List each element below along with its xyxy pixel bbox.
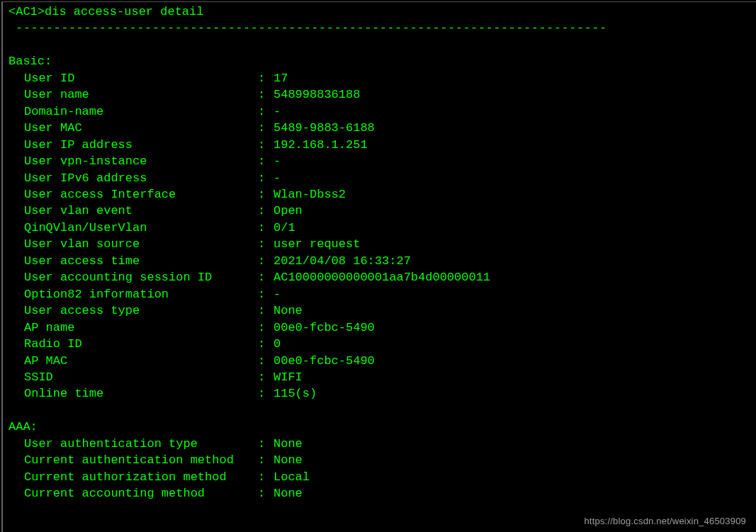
field-label: Current authorization method [24,469,258,485]
blank-line [3,37,756,53]
field-label: Online time [24,385,258,402]
field-row: Current authorization method:Local [3,469,756,485]
field-row: User ID:17 [3,70,756,86]
field-row: User vpn-instance:- [3,153,756,169]
field-colon: : [258,286,273,302]
field-row: User access time:2021/04/08 16:33:27 [3,253,756,269]
field-row: Option82 information:- [3,286,756,302]
field-row: User access type:None [3,302,756,319]
field-value: 0 [273,336,756,352]
field-row: User vlan source:user request [3,236,756,252]
field-row: AP name:00e0-fcbc-5490 [3,319,756,336]
separator-line: ----------------------------------------… [3,20,756,36]
field-colon: : [258,452,273,468]
field-label: Radio ID [24,336,258,352]
field-colon: : [258,485,273,502]
field-colon: : [258,137,273,153]
field-colon: : [258,70,273,86]
field-label: SSID [24,369,258,385]
field-row: User authentication type:None [3,436,756,452]
field-value: 5489-9883-6188 [273,120,756,136]
field-colon: : [258,385,273,402]
field-value: 00e0-fcbc-5490 [273,353,756,369]
field-value: 115(s) [273,385,756,402]
field-colon: : [258,86,273,103]
field-row: User MAC:5489-9883-6188 [3,120,756,136]
field-value: 0/1 [273,220,756,236]
field-colon: : [258,253,273,269]
field-colon: : [258,369,273,385]
field-label: Option82 information [24,286,258,302]
field-row: Online time:115(s) [3,385,756,402]
field-colon: : [258,186,273,203]
field-colon: : [258,120,273,136]
field-label: User ID [24,70,258,86]
section-header-aaa: AAA: [3,419,756,435]
field-row: User IPv6 address:- [3,170,756,186]
field-label: QinQVlan/UserVlan [24,220,258,236]
field-label: AP MAC [24,353,258,369]
field-value: None [273,485,756,502]
field-row: AP MAC:00e0-fcbc-5490 [3,353,756,369]
field-colon: : [258,436,273,452]
field-label: User MAC [24,120,258,136]
field-value: AC10000000000001aa7b4d00000011 [273,269,756,285]
field-value: - [273,153,756,169]
field-label: Current accounting method [24,485,258,502]
field-row: User accounting session ID:AC10000000000… [3,269,756,285]
field-label: User access Interface [24,186,258,203]
terminal-output: <AC1>dis access-user detail ------------… [1,1,756,532]
field-row: Current authentication method:None [3,452,756,468]
field-colon: : [258,469,273,485]
field-row: Radio ID:0 [3,336,756,352]
field-value: 17 [273,70,756,86]
field-label: User vlan event [24,203,258,219]
field-colon: : [258,103,273,120]
field-label: User authentication type [24,436,258,452]
field-row: User vlan event:Open [3,203,756,219]
field-label: User IPv6 address [24,170,258,186]
field-value: - [273,103,756,120]
field-label: User vpn-instance [24,153,258,169]
field-row: Current accounting method:None [3,485,756,502]
field-row: User IP address:192.168.1.251 [3,137,756,153]
field-value: Open [273,203,756,219]
field-row: Domain-name:- [3,103,756,120]
field-label: Domain-name [24,103,258,120]
field-label: AP name [24,319,258,336]
field-colon: : [258,153,273,169]
section-header-basic: Basic: [3,53,756,69]
field-colon: : [258,336,273,352]
field-colon: : [258,220,273,236]
field-value: WIFI [273,369,756,385]
field-value: user request [273,236,756,252]
field-value: - [273,170,756,186]
field-value: Local [273,469,756,485]
field-row: User access Interface:Wlan-Dbss2 [3,186,756,203]
watermark: https://blog.csdn.net/weixin_46503909 [584,515,746,528]
field-colon: : [258,269,273,285]
field-label: User accounting session ID [24,269,258,285]
field-label: Current authentication method [24,452,258,468]
field-colon: : [258,302,273,319]
field-label: User name [24,86,258,103]
blank-line [3,402,756,419]
field-row: QinQVlan/UserVlan:0/1 [3,220,756,236]
field-colon: : [258,353,273,369]
field-label: User access time [24,253,258,269]
field-colon: : [258,236,273,252]
field-row: SSID:WIFI [3,369,756,385]
field-label: User access type [24,302,258,319]
field-value: - [273,286,756,302]
field-value: 192.168.1.251 [273,137,756,153]
field-label: User vlan source [24,236,258,252]
field-colon: : [258,203,273,219]
field-value: None [273,452,756,468]
field-colon: : [258,170,273,186]
field-value: None [273,436,756,452]
command-prompt: <AC1>dis access-user detail [3,4,756,20]
field-value: 2021/04/08 16:33:27 [273,253,756,269]
field-value: 548998836188 [273,86,756,103]
field-colon: : [258,319,273,336]
field-value: 00e0-fcbc-5490 [273,319,756,336]
